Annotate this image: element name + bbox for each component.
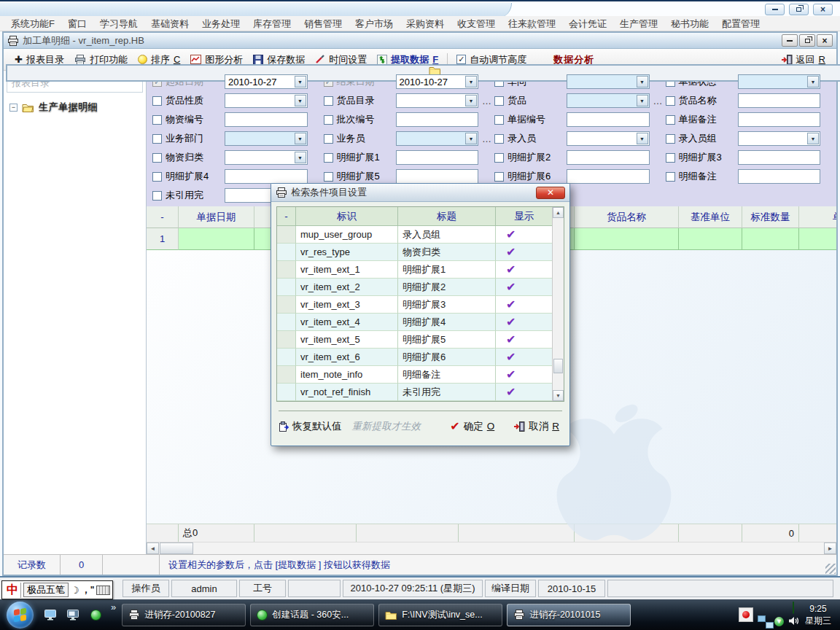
filter-combo[interactable]: ▼ <box>567 74 650 89</box>
filter-input[interactable] <box>738 150 821 165</box>
chevron-down-icon[interactable]: ▼ <box>295 152 306 163</box>
filter-combo[interactable]: ▼ <box>225 150 308 165</box>
filter-checkbox[interactable] <box>152 115 162 125</box>
filter-input[interactable] <box>567 169 650 184</box>
menu-item-4[interactable]: 基础资料 <box>144 16 195 31</box>
ime-keyboard-icon[interactable] <box>96 586 110 595</box>
grid-cell[interactable] <box>799 228 836 250</box>
menu-item-1[interactable]: 系统功能F <box>4 16 61 31</box>
field-shown-cell[interactable]: ✔ <box>496 349 552 366</box>
menu-item-14[interactable]: 秘书功能 <box>664 16 715 31</box>
ime-chinese-icon[interactable]: 中 <box>4 583 21 598</box>
menu-item-11[interactable]: 往来款管理 <box>502 16 562 31</box>
grid-cell[interactable] <box>179 228 254 250</box>
filter-input[interactable] <box>225 112 308 127</box>
close-button[interactable]: × <box>813 4 833 15</box>
dialog-table-row[interactable]: item_note_info明细备注✔ <box>277 366 552 384</box>
report-window-titlebar[interactable]: 加工单明细 - vr_item_rep.HB × <box>4 33 836 49</box>
filter-combo[interactable]: ▼ <box>567 131 650 146</box>
menu-item-7[interactable]: 销售管理 <box>298 16 349 31</box>
grid-header-cell-7[interactable]: 基准单位 <box>679 206 742 228</box>
filter-checkbox[interactable] <box>324 115 333 125</box>
taskbar-task-3[interactable]: F:\INV测试\inv_se... <box>378 604 502 626</box>
filter-checkbox[interactable] <box>666 96 675 106</box>
chevron-down-icon[interactable]: ▼ <box>637 76 648 88</box>
monitor-icon[interactable] <box>42 607 58 623</box>
filter-checkbox[interactable] <box>152 172 162 182</box>
field-shown-cell[interactable]: ✔ <box>496 244 552 261</box>
filter-combo[interactable]: ▼ <box>396 93 479 108</box>
field-shown-cell[interactable]: ✔ <box>496 261 552 279</box>
filter-checkbox[interactable] <box>152 153 162 163</box>
chevron-down-icon[interactable]: ▼ <box>295 76 306 88</box>
filter-checkbox[interactable] <box>324 134 333 144</box>
ime-name[interactable]: 极品五笔 <box>23 583 69 597</box>
row-selector-cell[interactable] <box>277 279 296 296</box>
filter-input[interactable] <box>738 112 821 127</box>
dialog-table-row[interactable]: vr_item_ext_6明细扩展6✔ <box>277 349 552 366</box>
dialog-scrollbar-thumb[interactable] <box>553 359 563 373</box>
dialog-table-row[interactable]: vr_item_ext_2明细扩展2✔ <box>277 279 552 296</box>
taskbar-task-1[interactable]: 进销存-20100827 <box>122 604 246 626</box>
filter-combo[interactable]: 2010-10-27▼ <box>225 74 308 89</box>
filter-checkbox[interactable] <box>494 96 504 106</box>
field-shown-cell[interactable]: ✔ <box>496 331 552 349</box>
chevron-down-icon[interactable]: ▼ <box>807 133 819 144</box>
filter-checkbox[interactable] <box>494 134 504 144</box>
dialog-table-row[interactable]: vr_item_ext_5明细扩展5✔ <box>277 331 552 349</box>
chevron-down-icon[interactable]: ▼ <box>637 133 648 144</box>
taskbar-clock[interactable]: 9:25 星期三 <box>805 603 831 626</box>
field-shown-cell[interactable]: ✔ <box>496 296 552 314</box>
menu-item-9[interactable]: 采购资料 <box>400 16 451 31</box>
grid-header-cell-8[interactable]: 标准数量 <box>742 206 799 228</box>
filter-checkbox[interactable] <box>324 153 333 163</box>
chevron-down-icon[interactable]: ▼ <box>465 76 477 88</box>
filter-input[interactable] <box>396 112 479 127</box>
dialog-table-row[interactable]: vr_res_type物资归类✔ <box>277 244 552 261</box>
filter-checkbox[interactable] <box>152 134 162 144</box>
dialog-close-button[interactable]: ✕ <box>536 187 565 199</box>
filter-input[interactable] <box>567 150 650 165</box>
dialog-table-row[interactable]: mup_user_group录入员组✔ <box>277 226 552 244</box>
grid-row-number[interactable]: 1 <box>147 228 179 250</box>
scroll-up-icon[interactable]: ▲ <box>553 207 564 218</box>
field-shown-cell[interactable]: ✔ <box>496 226 552 244</box>
field-shown-cell[interactable]: ✔ <box>496 366 552 384</box>
dialog-vertical-scrollbar[interactable]: ▲ ▼ <box>552 207 564 401</box>
filter-input[interactable] <box>738 169 821 184</box>
filter-checkbox[interactable] <box>324 96 333 106</box>
report-minimize-button[interactable] <box>782 34 798 47</box>
dialog-table-row[interactable]: vr_item_ext_1明细扩展1✔ <box>277 261 552 279</box>
row-selector-cell[interactable] <box>277 366 296 384</box>
menu-item-3[interactable]: 学习导航 <box>93 16 144 31</box>
row-selector-cell[interactable] <box>277 349 296 366</box>
field-shown-cell[interactable]: ✔ <box>496 314 552 331</box>
grid-cell[interactable] <box>679 228 742 250</box>
tree-root[interactable]: −生产单据明细 <box>9 98 146 116</box>
chevron-down-icon[interactable]: ▼ <box>295 95 306 106</box>
menu-item-13[interactable]: 生产管理 <box>613 16 664 31</box>
dialog-header-cell-3[interactable]: 标题 <box>398 207 496 226</box>
field-shown-cell[interactable]: ✔ <box>496 384 552 401</box>
menu-item-10[interactable]: 收支管理 <box>451 16 502 31</box>
media-icon[interactable] <box>739 607 753 622</box>
menu-item-5[interactable]: 业务处理 <box>195 16 246 31</box>
resize-grip[interactable] <box>825 564 836 574</box>
browser-icon[interactable] <box>88 607 104 623</box>
scroll-down-icon[interactable]: ▼ <box>553 390 564 401</box>
toolbar-overflow-chevron[interactable]: » <box>111 599 116 612</box>
row-selector-cell[interactable] <box>277 244 296 261</box>
filter-checkbox[interactable] <box>494 172 504 182</box>
filter-combo[interactable]: ▼ <box>567 93 650 108</box>
filter-input[interactable] <box>396 150 479 165</box>
filter-combo[interactable]: ▼ <box>225 131 308 146</box>
ime-toolbar[interactable]: 中 极品五笔 ☽ ，" <box>1 580 113 599</box>
filter-checkbox[interactable] <box>324 172 333 182</box>
row-selector-cell[interactable] <box>277 261 296 279</box>
menu-item-15[interactable]: 配置管理 <box>715 16 766 31</box>
ime-shape-toggle-icon[interactable]: ☽ <box>71 585 79 596</box>
scroll-right-icon[interactable]: ► <box>824 542 836 554</box>
row-selector-cell[interactable] <box>277 384 296 401</box>
updater-icon[interactable]: ▼ <box>774 617 784 626</box>
filter-combo[interactable]: ▼ <box>738 131 821 146</box>
